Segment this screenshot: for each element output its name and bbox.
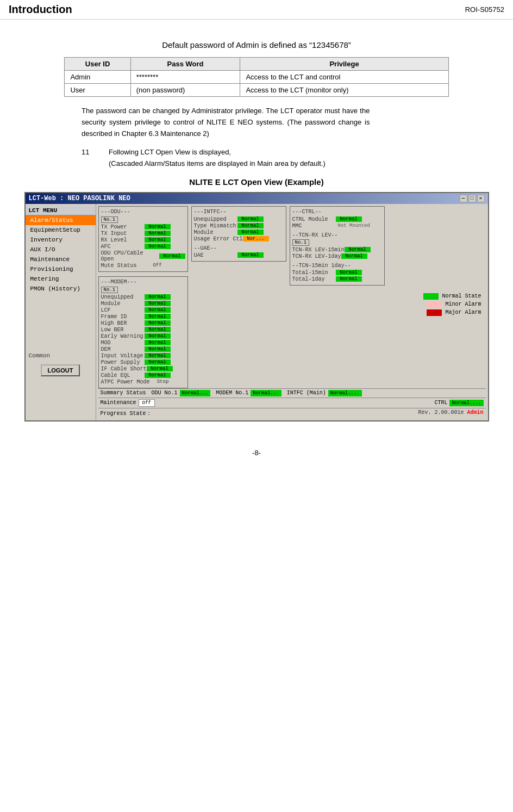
tcn-rx-lev-15min: TCN-RX LEV-15min Normal [292, 247, 382, 253]
progress-bar: Progress State： Rev. 2.00.001e Admin [98, 408, 486, 418]
description-text: The password can be changed by Administr… [82, 106, 370, 139]
page-title: Introduction [9, 3, 72, 16]
intfc-title: ---INTFC-- [194, 209, 284, 215]
legend-area: Normal State Minor Alarm Major Alarm [290, 293, 486, 316]
lct-main: ---ODU--- No.1 TX Power Normal TX Input … [96, 204, 488, 420]
maintenance-bar-label: Maintenance [101, 400, 136, 406]
ctrl-status-bar: CTRL Normal.... [434, 400, 483, 406]
step-description: Following LCT Open View is displayed, (C… [109, 147, 337, 170]
lct-titlebar: LCT-Web : NEO PASOLINK NEO — □ ✕ [26, 193, 488, 204]
step-block: 11 Following LCT Open View is displayed,… [82, 147, 497, 170]
step-row: 11 Following LCT Open View is displayed,… [82, 147, 497, 170]
legend-label-minor: Minor Alarm [445, 301, 481, 307]
titlebar-controls[interactable]: — □ ✕ [460, 195, 485, 202]
odu-bar-label: ODU No.1 [152, 390, 178, 396]
modem-atpc-power-mode: ATPC Power Mode Stop [101, 379, 185, 385]
total-1day: Total-1day Normal [292, 276, 382, 282]
cell-userid: User [65, 84, 130, 97]
modem-module: Module Normal [101, 301, 185, 307]
col-privilege: Privilege [240, 58, 448, 71]
maintenance-bar-value: Off [139, 399, 155, 407]
modem-status-bar: MODEM No.1 Normal... [216, 390, 281, 396]
logout-button[interactable]: LOGOUT [41, 364, 79, 376]
total-section: --TCN-15min 1day-- Total-15min Normal To… [292, 263, 382, 282]
sidebar-item-inventory[interactable]: Inventory [26, 235, 96, 245]
uae-title: --UAE-- [194, 245, 284, 251]
sidebar-item-alarm-status[interactable]: Alarm/Status [26, 215, 96, 225]
sidebar-item-aux-io[interactable]: AUX I/O [26, 245, 96, 255]
legend-major: Major Alarm [427, 309, 481, 316]
modem-panel: ---MODEM--- No.1 Unequipped Normal Modul… [98, 276, 188, 388]
panels-left: ---ODU--- No.1 TX Power Normal TX Input … [98, 206, 188, 388]
modem-early-warning: Early Warning Normal [101, 333, 185, 339]
table-row: Admin ******** Access to the LCT and con… [65, 71, 448, 84]
cell-password: ******** [130, 71, 240, 84]
modem-bar-label: MODEM No.1 [216, 390, 248, 396]
lct-statusbar-2: Maintenance Off CTRL Normal.... [98, 398, 486, 408]
ctrl-title: ---CTRL-- [292, 209, 382, 215]
sidebar-item-equipment-setup[interactable]: EquipmentSetup [26, 225, 96, 235]
lct-statusbar: Summary Status ODU No.1 Normal... MODEM … [98, 388, 486, 398]
lct-body: LCT MENU Alarm/Status EquipmentSetup Inv… [26, 204, 488, 420]
sidebar-item-pmon-history[interactable]: PMON (History) [26, 284, 96, 294]
lct-sidebar: LCT MENU Alarm/Status EquipmentSetup Inv… [26, 204, 96, 420]
lct-section-title: NLITE E LCT Open View (Example) [16, 177, 497, 187]
intfc-uae: UAE Normal [194, 252, 284, 258]
panels-right: ---CTRL-- CTRL Module Normal MMC Not Mou… [290, 206, 486, 388]
intfc-panel: ---INTFC-- Unequipped Normal Type Mismat… [191, 206, 286, 262]
modem-power-supply: Power Supply Normal [101, 359, 185, 365]
intfc-bar-label: INTFC (Main) [287, 390, 326, 396]
modem-if-cable-short: IF Cable Short Normal [101, 366, 185, 372]
intfc-module: Module Normal [194, 230, 284, 235]
odu-afc: AFC Normal [101, 244, 185, 250]
modem-mod: MOD Normal [101, 340, 185, 346]
modem-bar-value: Normal... [251, 390, 281, 396]
credentials-table: User ID Pass Word Privilege Admin ******… [64, 57, 448, 97]
cell-privilege: Access to the LCT and control [240, 71, 448, 84]
modem-frame-id: Frame ID Normal [101, 314, 185, 320]
lct-window-title: LCT-Web : NEO PASOLINK NEO [29, 195, 130, 202]
odu-mute-status: Mute Status Off [101, 263, 185, 269]
intfc-unequipped: Unequipped Normal [194, 216, 284, 222]
ctrl-module: CTRL Module Normal [292, 216, 382, 222]
legend-color-normal [423, 293, 439, 300]
col-userid: User ID [65, 58, 130, 71]
page-header: Introduction ROI-S05752 [0, 0, 513, 20]
cell-userid: Admin [65, 71, 130, 84]
intfc-usage-error-ctl: Usage Error Ctl Nor... [194, 236, 284, 242]
cell-password: (non password) [130, 84, 240, 97]
odu-tx-input: TX Input Normal [101, 231, 185, 237]
modem-cable-eql: Cable EQL Normal [101, 373, 185, 379]
odu-bar-value: Normal... [180, 390, 211, 396]
admin-label: Admin [467, 410, 483, 416]
close-button[interactable]: ✕ [477, 195, 485, 202]
odu-panel: ---ODU--- No.1 TX Power Normal TX Input … [98, 206, 188, 272]
sidebar-item-metering[interactable]: Metering [26, 274, 96, 284]
ctrl-mmc: MMC Not Mounted [292, 223, 382, 229]
legend-label-major: Major Alarm [445, 309, 481, 315]
tcn-title: --TCN-RX LEV-- [292, 232, 382, 238]
legend-label-normal: Normal State [442, 293, 481, 299]
legend-color-minor [427, 301, 442, 308]
cell-privilege: Access to the LCT (monitor only) [240, 84, 448, 97]
tcn-rx-lev-1day: TCN-RX LEV-1day Normal [292, 253, 382, 259]
modem-input-voltage: Input Voltage Normal [101, 353, 185, 359]
ctrl-bar-label: CTRL [434, 400, 447, 406]
step-number: 11 [82, 147, 98, 170]
page-footer: -8- [0, 443, 513, 462]
minimize-button[interactable]: — [460, 195, 467, 202]
maintenance-status-bar: Maintenance Off [101, 399, 155, 407]
progress-label: Progress State： [101, 410, 152, 417]
odu-cpu-cable-open: ODU CPU/Cable Open Normal [101, 250, 185, 262]
intfc-status-bar: INTFC (Main) Normal.... [287, 390, 362, 396]
intfc-type-mismatch: Type Mismatch Normal [194, 223, 284, 229]
sidebar-item-maintenance[interactable]: Maintenance [26, 255, 96, 264]
odu-no-badge: No.1 [101, 216, 118, 223]
maximize-button[interactable]: □ [468, 195, 476, 202]
lct-window: LCT-Web : NEO PASOLINK NEO — □ ✕ LCT MEN… [24, 192, 489, 422]
rev-text: Rev. 2.00.001e Admin [418, 410, 483, 417]
modem-no-badge: No.1 [101, 287, 118, 293]
page-number: -8- [252, 449, 261, 457]
legend-color-major [427, 309, 442, 316]
sidebar-item-provisioning[interactable]: Provisioning [26, 264, 96, 274]
